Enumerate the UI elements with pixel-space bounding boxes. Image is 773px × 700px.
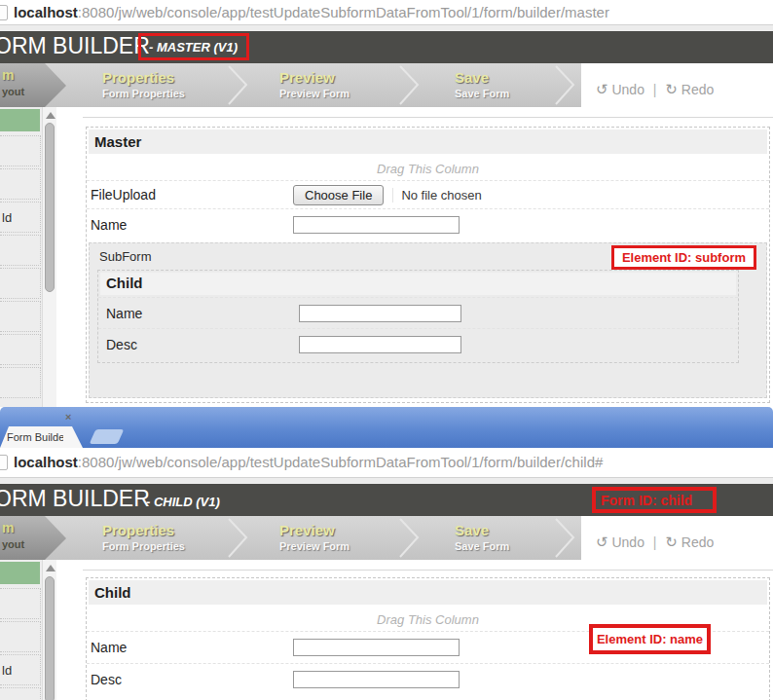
name-row[interactable]: Name [87,208,769,240]
redo-icon[interactable]: ↻ [665,81,678,97]
choose-file-button[interactable]: Choose File [293,185,384,205]
scrollbar-thumb[interactable] [45,576,55,700]
screenshot-root: localhost:8080/jw/web/console/app/testUp… [0,0,773,700]
browser-title-bar[interactable]: Form Builde × [0,407,773,448]
chevron-separator-icon [397,63,423,107]
form-canvas: Child Drag This Column Name Desc Element… [56,560,773,700]
builder-toolbar: m yout Properties Form Properties Previe… [0,63,773,107]
tab-preview-title: Preview [279,522,350,538]
child-form-title: Child [100,273,736,295]
element-palette: ld [0,107,42,407]
tab-preview-subtitle: Preview Form [279,88,350,99]
palette-scrollbar[interactable] [42,107,56,407]
tab-design-form[interactable]: m yout [0,63,66,107]
desc-label: Desc [87,672,293,687]
palette-item[interactable] [0,687,41,700]
tab-preview-subtitle: Preview Form [279,540,350,552]
tab-preview[interactable]: Preview Preview Form [279,522,350,552]
scroll-up-icon[interactable] [46,112,55,119]
palette-item[interactable] [0,268,41,299]
form-version-label: - MASTER (V1) [149,40,238,55]
tab-properties[interactable]: Properties Form Properties [102,69,185,99]
url-text[interactable]: localhost:8080/jw/web/console/app/testUp… [14,4,609,20]
palette-item[interactable] [0,301,41,332]
subform-container[interactable]: SubForm Element ID: subform Child Name D… [89,242,767,398]
palette-item[interactable] [0,334,41,365]
builder-toolbar: m yout Properties Form Properties Previe… [0,516,773,560]
master-form[interactable]: Master Drag This Column FileUpload Choos… [86,127,770,403]
tab-save[interactable]: Save Save Form [455,69,509,99]
url-path: :8080/jw/web/console/app/testUpdateSubfo… [78,454,603,470]
name-input[interactable] [293,639,460,656]
palette-category-header[interactable] [0,109,40,131]
page-icon [0,455,8,470]
palette-item[interactable] [0,235,41,266]
palette-item[interactable] [0,135,41,166]
no-file-chosen-text: No file chosen [392,188,481,203]
palette-item[interactable] [0,367,41,398]
undo-button[interactable]: Undo [611,82,644,97]
form-section-title[interactable]: Child [89,580,767,605]
desc-input[interactable] [293,671,460,688]
page-title: ORM BUILDER [0,486,150,512]
page-icon [0,5,8,20]
child-name-row[interactable]: Name [98,297,738,328]
redo-icon[interactable]: ↻ [665,534,678,550]
form-canvas: Master Drag This Column FileUpload Choos… [56,107,773,407]
palette-item-field[interactable]: ld [0,654,41,685]
tab-properties[interactable]: Properties Form Properties [102,522,185,552]
name-label: Name [87,640,293,655]
browser-tab-title: Form Builde [7,431,63,443]
scrollbar-thumb[interactable] [45,123,55,292]
tab-preview[interactable]: Preview Preview Form [279,69,350,99]
address-bar[interactable]: localhost:8080/jw/web/console/app/testUp… [0,0,773,25]
undo-icon[interactable]: ↺ [596,81,608,97]
tab-save[interactable]: Save Save Form [455,522,509,552]
fileupload-row[interactable]: FileUpload Choose File No file chosen [87,180,769,208]
child-desc-input[interactable] [299,336,461,353]
form-section-title[interactable]: Master [89,129,767,154]
tab-design-form[interactable]: m yout [0,516,66,560]
undo-redo-separator: | [653,82,657,97]
undo-icon[interactable]: ↺ [596,534,608,550]
subform-label: SubForm [99,249,151,264]
palette-scrollbar[interactable] [42,560,56,700]
embedded-child-form[interactable]: Child Name Desc [97,270,739,363]
chevron-separator-icon [553,63,578,107]
palette-category-header[interactable] [0,562,40,584]
form-builder-header: ORM BUILDER - CHILD (V1) Form ID: child [0,484,773,516]
palette-item[interactable] [0,168,41,200]
child-name-input[interactable] [299,305,461,322]
palette-item-field[interactable]: ld [0,202,41,233]
master-browser-window: localhost:8080/jw/web/console/app/testUp… [0,0,773,407]
palette-item[interactable] [0,621,41,652]
tab-close-icon[interactable]: × [65,411,766,443]
tab-design-subtitle: yout [2,538,24,550]
annotation-form-id-child: Form ID: child [592,487,717,513]
tab-properties-subtitle: Form Properties [102,540,185,552]
undo-button[interactable]: Undo [611,534,644,550]
child-name-label: Name [98,306,299,321]
name-input[interactable] [293,216,460,234]
name-label: Name [87,217,293,233]
annotation-element-id-subform: Element ID: subform [611,245,756,270]
palette-item[interactable] [0,588,41,619]
redo-button[interactable]: Redo [681,82,714,97]
chevron-separator-icon [226,63,251,107]
builder-body: ld Master Drag This Column FileUpload [0,107,773,407]
url-path: :8080/jw/web/console/app/testUpdateSubfo… [78,4,609,20]
url-host: localhost [14,454,78,470]
form-builder-header: ORM BUILDER - MASTER (V1) [0,31,773,63]
address-bar[interactable]: localhost:8080/jw/web/console/app/testUp… [0,448,773,478]
builder-body: ld Child Drag This Column Name Desc [0,560,773,700]
child-desc-row[interactable]: Desc [98,328,738,359]
scroll-up-icon[interactable] [46,565,55,571]
chevron-separator-icon [397,516,423,560]
tab-save-title: Save [455,69,509,86]
annotation-box-master-version: - MASTER (V1) [138,33,249,60]
child-form[interactable]: Child Drag This Column Name Desc Element… [86,577,770,700]
desc-row[interactable]: Desc [87,663,769,695]
redo-button[interactable]: Redo [681,534,714,550]
url-text[interactable]: localhost:8080/jw/web/console/app/testUp… [14,454,603,470]
tab-preview-title: Preview [279,69,350,86]
